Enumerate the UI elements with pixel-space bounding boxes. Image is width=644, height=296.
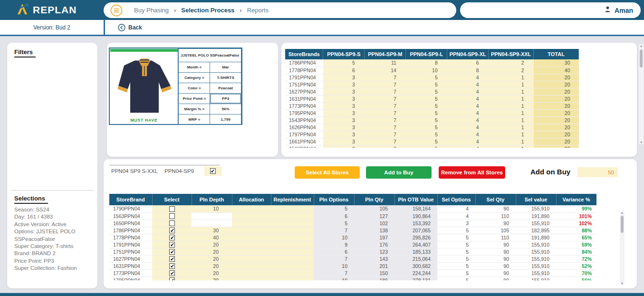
allocation-cell[interactable]	[232, 205, 271, 212]
pln-depth-cell[interactable]: 10	[192, 205, 232, 212]
pln-otb-value-cell: 190,864	[394, 212, 437, 220]
size-qty-cell: 5	[406, 145, 447, 148]
allocation-cell[interactable]	[232, 262, 271, 269]
size-qty-cell: 4	[447, 109, 489, 116]
allocation-cell[interactable]	[232, 255, 271, 262]
must-have-badge: MUST HAVE	[110, 118, 178, 123]
back-button[interactable]: Back	[118, 20, 142, 35]
breadcrumb-item-reports[interactable]: Reports	[247, 7, 269, 14]
row-select-checkbox[interactable]	[169, 256, 175, 262]
size-qty-cell: 8	[447, 67, 489, 74]
row-select-checkbox[interactable]	[169, 277, 175, 280]
sel-options-cell: 5	[437, 262, 475, 269]
replenishment-cell[interactable]	[271, 248, 314, 255]
replenishment-cell[interactable]	[271, 220, 314, 227]
sel-value-cell: 155,910	[516, 262, 556, 269]
pln-depth-cell[interactable]: 20	[192, 277, 232, 280]
size-group-checkbox[interactable]	[210, 168, 216, 174]
storebrand-cell: 1795PPN04	[109, 277, 152, 280]
sel-value-cell: 155,910	[516, 277, 556, 280]
pln-depth-cell[interactable]: 20	[192, 255, 232, 262]
scrollbar-thumb[interactable]	[640, 49, 643, 67]
pln-depth-cell[interactable]: 40	[192, 234, 232, 241]
size-qty-cell: 8	[406, 59, 447, 67]
allocation-cell[interactable]	[232, 227, 271, 234]
allocation-cell[interactable]	[232, 241, 271, 248]
pln-depth-cell[interactable]	[192, 220, 232, 227]
size-qty-cell: 4	[447, 74, 489, 81]
size-qty-cell: 7	[365, 124, 406, 131]
size-qty-cell: 7	[365, 81, 406, 88]
scroll-up-icon[interactable]: ▲	[639, 44, 644, 48]
row-select-checkbox[interactable]	[169, 249, 175, 255]
column-header: PPN04-SP9-XL	[447, 49, 489, 59]
buy-selection-panel: PPN04 SP9 S-XXL PPN04-SP9 Select All Sto…	[104, 159, 637, 288]
scroll-down-icon[interactable]: ▼	[620, 282, 625, 285]
row-select-checkbox[interactable]	[169, 206, 175, 212]
size-qty-cell: 7	[365, 145, 406, 148]
size-qty-cell: 1	[489, 102, 534, 109]
row-select-checkbox[interactable]	[169, 235, 175, 240]
size-qty-cell: 3	[323, 88, 365, 95]
breadcrumb-item-buy-phasing[interactable]: Buy Phasing	[134, 7, 169, 14]
replenishment-cell[interactable]	[271, 212, 314, 220]
replenishment-cell[interactable]	[271, 227, 314, 234]
breadcrumb: Buy Phasing › Selection Process › Report…	[104, 2, 456, 18]
allocation-cell[interactable]	[232, 277, 271, 280]
allocation-cell[interactable]	[232, 220, 271, 227]
replenishment-cell[interactable]	[271, 262, 314, 269]
breadcrumb-item-selection-process[interactable]: Selection Process	[181, 7, 234, 14]
replenishment-cell[interactable]	[271, 277, 314, 280]
replenishment-cell[interactable]	[271, 255, 314, 262]
replenishment-cell[interactable]	[271, 234, 314, 241]
storebrand-cell: 1661PPN04	[285, 138, 323, 145]
remove-from-all-stores-button[interactable]: Remove from All Stores	[439, 166, 505, 179]
row-select-checkbox[interactable]	[169, 213, 175, 219]
row-select-checkbox[interactable]	[169, 242, 175, 248]
table-row: 1786PPN0451186230	[285, 59, 579, 67]
row-select-checkbox[interactable]	[169, 220, 175, 226]
allocation-cell[interactable]	[232, 212, 271, 220]
sel-qty-cell: 110	[475, 212, 516, 220]
total-cell: 30	[534, 59, 579, 67]
row-select-checkbox[interactable]	[169, 228, 175, 233]
sel-options-cell: 5	[437, 255, 475, 262]
row-select-checkbox[interactable]	[169, 270, 175, 276]
pln-depth-cell[interactable]: 20	[192, 269, 232, 277]
sel-options-cell: 4	[437, 212, 475, 220]
pln-depth-cell[interactable]	[192, 212, 232, 220]
pln-depth-cell[interactable]: 30	[192, 227, 232, 234]
replenishment-cell[interactable]	[271, 241, 314, 248]
replenishment-cell[interactable]	[271, 269, 314, 277]
sel-value-cell: 191,890	[516, 212, 556, 220]
column-header: TOTAL	[534, 49, 579, 59]
footer-bar	[0, 293, 644, 296]
select-cell	[152, 248, 192, 255]
scrollbar-thumb[interactable]	[621, 216, 624, 233]
pln-depth-cell[interactable]: 20	[192, 241, 232, 248]
allocation-cell[interactable]	[232, 269, 271, 277]
scroll-down-icon[interactable]: ▼	[639, 141, 644, 144]
menu-hamburger-icon[interactable]	[110, 4, 123, 17]
allocation-cell[interactable]	[232, 248, 271, 255]
column-header: PPN04-SP9-M	[365, 49, 406, 59]
replenishment-cell[interactable]	[271, 205, 314, 212]
storebrand-cell: 1631PPN04	[285, 95, 323, 102]
chevron-right-icon: ›	[240, 7, 241, 14]
selection-line: Day: 161 / 4383	[14, 213, 93, 220]
variance-cell: 52%	[556, 262, 596, 269]
spec-label: Color =	[179, 83, 210, 94]
row-select-checkbox[interactable]	[169, 263, 175, 269]
scroll-up-icon[interactable]: ▲	[620, 211, 625, 214]
variance-cell: 72%	[556, 255, 596, 262]
pln-options-cell: 6	[314, 248, 354, 255]
pln-depth-cell[interactable]: 20	[192, 262, 232, 269]
add-on-buy-input[interactable]	[577, 167, 618, 177]
select-all-stores-button[interactable]: Select All Stores	[295, 166, 360, 179]
variance-cell: 99%	[556, 205, 596, 212]
add-to-buy-button[interactable]: Add to Buy	[366, 166, 432, 179]
pln-depth-cell[interactable]: 20	[192, 248, 232, 255]
allocation-cell[interactable]	[232, 234, 271, 241]
user-menu[interactable]: Aman	[460, 2, 641, 18]
pln-qty-cell: 150	[354, 269, 394, 277]
